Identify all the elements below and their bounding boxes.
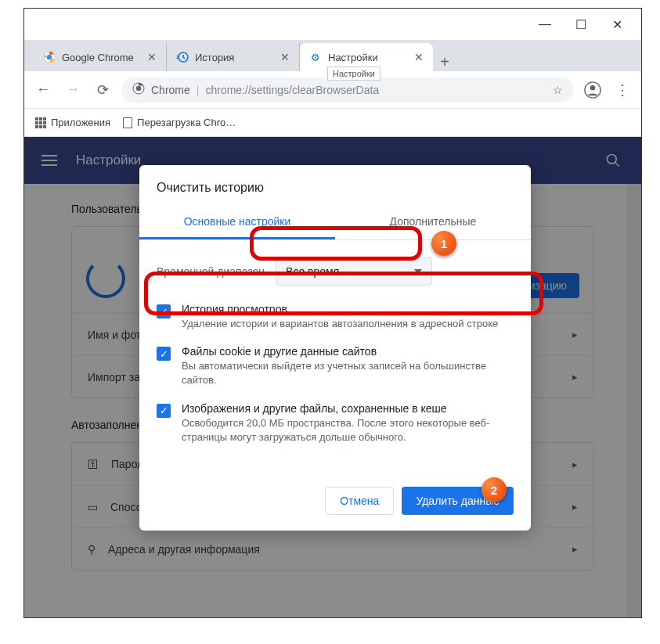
address-bar[interactable]: Chrome | chrome://settings/clearBrowserD… [121,77,574,103]
tab-label: Google Chrome [62,52,134,63]
tab-label: История [195,52,234,63]
url-host: Chrome [151,84,190,96]
profile-icon[interactable] [582,79,604,101]
close-icon[interactable]: ✕ [599,12,635,37]
tab-label: Настройки [328,52,378,63]
svg-rect-13 [35,125,38,128]
dialog-tabs: Основные настройки Дополнительные [139,206,531,240]
caret-down-icon [414,269,422,274]
time-range-label: Временной диапазон [157,265,265,278]
tab-strip: Google Chrome ✕ История ✕ ⚙ Настройки ✕ … [24,40,641,71]
select-value: Все время [286,265,339,278]
svg-point-6 [590,85,595,90]
tab-close-icon[interactable]: ✕ [147,51,157,63]
tab-settings[interactable]: ⚙ Настройки ✕ [300,43,433,71]
annotation-badge-1: 1 [431,231,456,256]
tab-close-icon[interactable]: ✕ [414,51,424,63]
cancel-button[interactable]: Отмена [325,487,394,515]
tab-google-chrome[interactable]: Google Chrome ✕ [34,43,167,71]
gear-favicon-icon: ⚙ [309,51,322,63]
checkbox-checked-icon[interactable]: ✓ [157,304,171,318]
svg-rect-12 [43,121,46,124]
svg-rect-7 [35,117,38,121]
tab-basic[interactable]: Основные настройки [139,206,335,239]
svg-rect-9 [43,117,46,121]
bookmark-item[interactable]: Перезагрузка Chro… [123,117,236,128]
svg-point-4 [136,86,141,91]
option-cookies-row[interactable]: ✓ Файлы cookie и другие данные сайтов Вы… [157,345,514,387]
page-icon [123,117,132,128]
apps-label: Приложения [51,117,110,128]
minimize-icon[interactable]: — [527,12,563,37]
annotation-badge-2: 2 [481,477,507,502]
page-content: Настройки Пользователь Интеллектуальные … [24,137,641,617]
svg-rect-15 [43,125,46,128]
bookmark-label: Перезагрузка Chro… [137,117,236,128]
tab-close-icon[interactable]: ✕ [280,51,290,63]
option-title: Файлы cookie и другие данные сайтов [182,345,514,358]
maximize-icon[interactable]: ☐ [563,12,599,37]
tab-advanced[interactable]: Дополнительные [335,206,531,239]
reload-icon[interactable]: ⟳ [92,79,114,101]
svg-rect-11 [39,121,42,124]
menu-dots-icon[interactable]: ⋮ [611,79,633,101]
dialog-title: Очистить историю [139,165,531,206]
option-desc: Вы автоматически выйдете из учетных запи… [182,359,514,387]
window-titlebar: — ☐ ✕ [24,9,641,40]
apps-grid-icon [35,117,46,128]
svg-rect-8 [39,117,42,121]
new-tab-button[interactable]: + [433,53,456,71]
checkbox-checked-icon[interactable]: ✓ [157,347,171,361]
browser-window: — ☐ ✕ Google Chrome ✕ История ✕ ⚙ Настро… [23,8,642,618]
option-title: Изображения и другие файлы, сохраненные … [182,402,514,415]
option-desc: Удаление истории и вариантов автозаполне… [182,317,498,331]
tab-history[interactable]: История ✕ [167,43,300,71]
back-icon[interactable]: ← [32,79,54,101]
option-desc: Освободится 20,0 МБ пространства. После … [182,416,514,444]
bookmark-star-icon[interactable]: ☆ [553,84,563,96]
checkbox-checked-icon[interactable]: ✓ [157,404,171,418]
url-path: chrome://settings/clearBrowserData [205,84,379,96]
svg-rect-10 [35,121,38,124]
time-range-select[interactable]: Все время [276,257,432,286]
svg-rect-14 [39,125,42,128]
clear-data-dialog: Очистить историю Основные настройки Допо… [139,165,531,531]
apps-shortcut[interactable]: Приложения [35,117,110,128]
forward-icon[interactable]: → [62,79,84,101]
option-history-row[interactable]: ✓ История просмотров Удаление истории и … [157,303,514,331]
bookmarks-bar: Приложения Перезагрузка Chro… [24,109,641,137]
option-title: История просмотров [182,303,498,315]
option-cache-row[interactable]: ✓ Изображения и другие файлы, сохраненны… [157,402,514,444]
chrome-favicon-icon [43,51,56,63]
site-info-icon [132,82,145,97]
history-favicon-icon [176,51,189,63]
